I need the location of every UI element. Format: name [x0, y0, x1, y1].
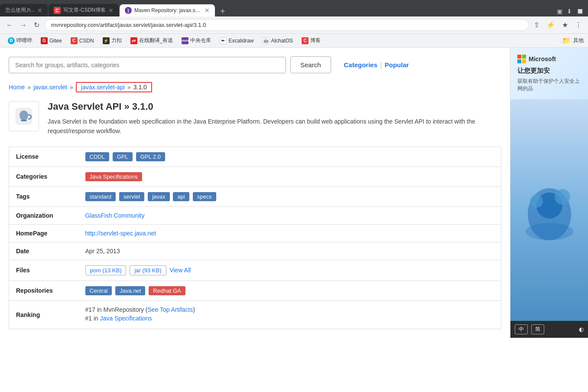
youdao-icon: yɑ — [130, 37, 137, 44]
artifact-info: Java Servlet API » 3.1.0 Java Servlet is… — [48, 101, 501, 136]
license-badge-gpl2[interactable]: GPL 2.0 — [136, 152, 165, 161]
address-bar[interactable] — [45, 19, 529, 31]
details-table: License CDDL GPL GPL 2.0 Categories Java… — [9, 147, 501, 329]
bookmark-litu[interactable]: ⚡ 力扣 — [99, 36, 125, 46]
view-all-link[interactable]: View All — [169, 267, 191, 274]
breadcrumb-highlighted-box: javax.servlet-api » 3.1.0 — [76, 82, 152, 92]
tag-api[interactable]: api — [173, 192, 189, 201]
ranking-row: Ranking #17 in MvnRepository (See Top Ar… — [9, 301, 501, 329]
categories-label: Categories — [9, 167, 78, 186]
bookmark-folder-icon: 📁 — [562, 36, 571, 45]
bookmark-aichat[interactable]: 🤖 AlchatOS — [259, 36, 296, 46]
homepage-label: HomePage — [9, 224, 78, 242]
tab-3[interactable]: ) Maven Repository: javax.servle... ✕ — [120, 4, 215, 16]
files-row: Files pom (13 KB) jar (93 KB) View All — [9, 260, 501, 281]
tab-3-title: Maven Repository: javax.servle... — [134, 7, 202, 13]
tab-3-close[interactable]: ✕ — [205, 7, 210, 14]
license-badge-gpl[interactable]: GPL — [113, 152, 133, 161]
translate-zh-btn[interactable]: 中 — [515, 324, 528, 334]
bookmark-excalidraw[interactable]: ✏ Excalidraw — [216, 36, 257, 46]
tab-1-close[interactable]: ✕ — [37, 7, 42, 14]
ranking-1-link[interactable]: See Top Artifacts — [147, 306, 193, 313]
homepage-link[interactable]: http://servlet-spec.java.net — [85, 230, 156, 237]
svg-point-5 — [526, 223, 573, 240]
repo-javanet[interactable]: Java.net — [115, 286, 145, 295]
license-label: License — [9, 147, 78, 167]
forward-button[interactable]: → — [18, 20, 29, 31]
tab-strip-icon-3: 🔲 — [576, 8, 584, 15]
date-row: Date Apr 25, 2013 — [9, 242, 501, 260]
back-button[interactable]: ← — [4, 20, 15, 31]
categories-badge[interactable]: Java Specifications — [85, 172, 142, 181]
bookmark-blog-label: 博客 — [310, 37, 321, 44]
gitee-icon: G — [41, 37, 48, 44]
translate-simplified-btn[interactable]: 简 — [531, 324, 544, 334]
lightning-button[interactable]: ⚡ — [545, 19, 557, 31]
file-jar[interactable]: jar (93 KB) — [130, 265, 166, 275]
ranking-item-1: #17 in MvnRepository (See Top Artifacts) — [85, 306, 494, 313]
bookmark-blog[interactable]: C 博客 — [298, 36, 324, 46]
svg-rect-2 — [21, 120, 26, 121]
tag-specs[interactable]: specs — [193, 192, 216, 201]
bookmark-gitee[interactable]: G Gitee — [37, 36, 65, 46]
reload-button[interactable]: ↻ — [32, 19, 41, 31]
breadcrumb-version: 3.1.0 — [133, 84, 147, 91]
bookmark-litu-label: 力扣 — [111, 37, 122, 44]
svg-point-6 — [555, 189, 570, 205]
categories-value: Java Specifications — [78, 167, 501, 186]
ranking-2-link[interactable]: Java Specifications — [100, 315, 152, 322]
bookmark-button[interactable]: ★ — [560, 19, 570, 31]
bookmarks-bar: B 哔哩哔 G Gitee C CSDN ⚡ 力扣 yɑ 在线翻译_有道 mvn… — [0, 34, 588, 48]
date-label: Date — [9, 242, 78, 260]
menu-button[interactable]: ⋮ — [573, 19, 584, 31]
bookmark-excalidraw-label: Excalidraw — [228, 38, 253, 44]
tab-2[interactable]: C 写文章-CSDN博客 ✕ — [49, 4, 119, 16]
bookmark-mvn[interactable]: mvn 中央仓库 — [178, 36, 214, 46]
microsoft-logo: Microsoft — [517, 55, 581, 63]
new-tab-button[interactable]: + — [216, 7, 230, 16]
share-button[interactable]: ⇧ — [532, 19, 541, 31]
repo-central[interactable]: Central — [85, 286, 112, 295]
tab-strip-icon-1: ▣ — [557, 8, 562, 15]
bookmark-csdn[interactable]: C CSDN — [67, 36, 97, 46]
litu-icon: ⚡ — [103, 37, 110, 44]
breadcrumb-sep-3: » — [127, 84, 131, 91]
artifact-title: Java Servlet API » 3.1.0 — [48, 101, 501, 112]
svg-point-1 — [19, 111, 28, 121]
ad-visual — [519, 171, 580, 249]
bookmark-csdn-label: CSDN — [79, 38, 94, 44]
ad-text-main: 让您更加安 — [517, 67, 581, 75]
repositories-row: Repositories Central Java.net Redhat GA — [9, 281, 501, 301]
bookmarks-more-label: 其他 — [573, 37, 584, 44]
organization-row: Organization GlassFish Community — [9, 206, 501, 224]
ranking-1-text: #17 in MvnRepository ( — [85, 306, 148, 313]
tags-value: standard servlet javax api specs — [78, 186, 501, 206]
organization-link[interactable]: GlassFish Community — [85, 212, 145, 219]
bookmark-youdao[interactable]: yɑ 在线翻译_有道 — [127, 36, 177, 46]
tab-1-title: 怎么使用,h... — [5, 7, 35, 14]
search-area: Search Categories | Popular — [9, 56, 501, 73]
bookmark-bilibili[interactable]: B 哔哩哔 — [4, 36, 36, 46]
license-value: CDDL GPL GPL 2.0 — [78, 147, 501, 167]
tag-servlet[interactable]: servlet — [119, 192, 144, 201]
search-button[interactable]: Search — [290, 56, 331, 73]
tags-row: Tags standard servlet javax api specs — [9, 186, 501, 206]
tab-1[interactable]: 怎么使用,h... ✕ — [0, 4, 48, 16]
popular-link[interactable]: Popular — [385, 61, 409, 69]
breadcrumb-group[interactable]: javax.servlet — [33, 84, 67, 91]
breadcrumb-home[interactable]: Home — [9, 84, 25, 91]
files-value: pom (13 KB) jar (93 KB) View All — [78, 260, 501, 281]
license-badge-cddl[interactable]: CDDL — [85, 152, 109, 161]
bilibili-icon: B — [8, 37, 15, 44]
tags-label: Tags — [9, 186, 78, 206]
categories-link[interactable]: Categories — [344, 61, 378, 69]
tab-2-close[interactable]: ✕ — [108, 7, 114, 14]
tag-standard[interactable]: standard — [85, 192, 116, 201]
breadcrumb-artifact[interactable]: javax.servlet-api — [81, 84, 125, 91]
tag-javax[interactable]: javax — [148, 192, 169, 201]
bookmark-aichat-label: AlchatOS — [271, 38, 293, 44]
file-pom[interactable]: pom (13 KB) — [85, 265, 127, 275]
search-input[interactable] — [9, 57, 286, 73]
repo-redhat[interactable]: Redhat GA — [149, 286, 185, 295]
date-value: Apr 25, 2013 — [78, 242, 501, 260]
